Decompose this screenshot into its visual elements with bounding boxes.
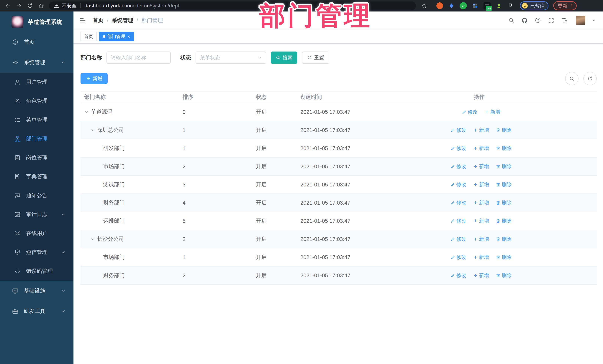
row-action-pen[interactable]: 修改 xyxy=(451,254,466,261)
sidebar-logo-row[interactable]: 芋道管理系统 xyxy=(0,11,73,30)
status-select[interactable]: 菜单状态 xyxy=(196,52,266,64)
row-action-pen[interactable]: 修改 xyxy=(451,236,466,243)
tree-expand-icon[interactable] xyxy=(84,109,91,115)
row-action-plus[interactable]: 新增 xyxy=(473,218,489,224)
tab-item[interactable]: 首页 xyxy=(81,32,97,41)
tree-expand-icon[interactable] xyxy=(90,236,97,243)
cell-sort: 2 xyxy=(179,164,252,170)
sidebar-item-online-user[interactable]: 在线用户 xyxy=(0,224,73,243)
sidebar-item-dev-tools[interactable]: 研发工具 xyxy=(0,301,73,321)
row-action-pen[interactable]: 修改 xyxy=(451,163,466,170)
tab-active[interactable]: 部门管理× xyxy=(99,32,134,41)
sidebar-item-dict[interactable]: 字典管理 xyxy=(0,167,73,186)
sidebar-item-post[interactable]: 岗位管理 xyxy=(0,148,73,167)
browser-reload-icon[interactable] xyxy=(26,2,34,10)
user-avatar[interactable] xyxy=(576,16,585,25)
sidebar-item-audit-log[interactable]: 审计日志 xyxy=(0,205,73,224)
sidebar-item-role[interactable]: 角色管理 xyxy=(0,92,73,110)
breadcrumb-item[interactable]: 系统管理 xyxy=(112,17,133,24)
browser-update-button[interactable]: 更新 xyxy=(553,1,577,10)
row-action-trash[interactable]: 删除 xyxy=(496,163,512,170)
cell-actions: 修改新增 xyxy=(362,109,597,115)
add-button[interactable]: 新增 xyxy=(81,73,108,84)
help-icon[interactable] xyxy=(534,17,541,24)
cell-dept-name: 研发部门 xyxy=(81,144,179,152)
browser-forward-icon[interactable] xyxy=(15,2,23,10)
github-icon[interactable] xyxy=(521,17,528,24)
status-value: 开启 xyxy=(256,235,267,243)
table-toolbar: 新增 xyxy=(81,72,597,85)
sidebar-item-notice[interactable]: 通知公告 xyxy=(0,186,73,205)
row-action-trash[interactable]: 删除 xyxy=(496,236,512,243)
grid-extension-icon[interactable] xyxy=(472,2,479,9)
hamburger-icon[interactable] xyxy=(79,17,86,24)
row-action-plus[interactable]: 新增 xyxy=(485,109,500,115)
row-action-trash[interactable]: 删除 xyxy=(496,199,512,206)
row-action-trash[interactable]: 删除 xyxy=(496,254,512,261)
sidebar-item-user[interactable]: 用户管理 xyxy=(0,73,73,92)
row-action-trash[interactable]: 删除 xyxy=(496,145,512,152)
row-action-plus[interactable]: 新增 xyxy=(473,272,489,279)
address-bar[interactable]: 不安全 dashboard.yudao.iocoder.cn /system/d… xyxy=(49,1,416,10)
browser-back-icon[interactable] xyxy=(4,2,12,10)
row-action-pen[interactable]: 修改 xyxy=(462,109,478,115)
browser-profile-chip[interactable]: 已暂停 xyxy=(520,1,548,10)
row-action-plus[interactable]: 新增 xyxy=(473,236,489,243)
sidebar-item-label: 用户管理 xyxy=(26,78,47,86)
action-label: 修改 xyxy=(456,181,466,188)
row-action-plus[interactable]: 新增 xyxy=(473,254,489,261)
cell-actions: 修改新增删除 xyxy=(362,254,597,261)
row-action-pen[interactable]: 修改 xyxy=(451,272,466,279)
cell-created-time: 2021-01-05 17:03:47 xyxy=(297,200,362,206)
v-green-extension-icon[interactable] xyxy=(460,2,467,9)
sidebar-item-error-code[interactable]: 错误码管理 xyxy=(0,262,73,281)
row-action-plus[interactable]: 新增 xyxy=(473,163,489,170)
browser-home-icon[interactable] xyxy=(37,2,45,10)
toggle-search-button[interactable] xyxy=(565,72,579,85)
row-action-plus[interactable]: 新增 xyxy=(473,199,489,206)
droid-extension-icon[interactable] xyxy=(495,2,502,9)
tab-close-icon[interactable]: × xyxy=(127,34,130,39)
tree-expand-icon[interactable] xyxy=(90,127,97,133)
row-action-pen[interactable]: 修改 xyxy=(451,127,466,133)
header-search-icon[interactable] xyxy=(508,17,515,24)
row-action-trash[interactable]: 删除 xyxy=(496,218,512,224)
fullscreen-icon[interactable] xyxy=(548,17,555,24)
row-action-pen[interactable]: 修改 xyxy=(451,218,466,224)
navbar-tools xyxy=(508,16,596,25)
row-action-trash[interactable]: 删除 xyxy=(496,272,512,279)
browser-menu-dots-icon[interactable] xyxy=(569,3,574,8)
sidebar-item-infra[interactable]: 基础设施 xyxy=(0,281,73,301)
row-action-pen[interactable]: 修改 xyxy=(451,145,466,152)
row-action-pen[interactable]: 修改 xyxy=(451,181,466,188)
sidebar-item-dept[interactable]: 部门管理 xyxy=(0,129,73,148)
location-pin-extension-icon[interactable] xyxy=(448,2,455,9)
table-tools xyxy=(565,72,597,85)
breadcrumb-item[interactable]: 首页 xyxy=(93,17,104,24)
row-action-plus[interactable]: 新增 xyxy=(473,181,489,188)
row-action-plus[interactable]: 新增 xyxy=(473,127,489,133)
tab-label: 部门管理 xyxy=(107,33,125,39)
sidebar-item-sms[interactable]: 短信管理 xyxy=(0,243,73,262)
row-action-plus[interactable]: 新增 xyxy=(473,145,489,152)
sidebar-item-menu[interactable]: 菜单管理 xyxy=(0,110,73,129)
refresh-table-button[interactable] xyxy=(583,72,597,85)
list-dark-extension-icon[interactable]: on xyxy=(484,2,491,9)
refresh-icon xyxy=(587,76,593,81)
adblock-extension-icon[interactable] xyxy=(436,2,443,9)
font-size-icon[interactable] xyxy=(561,17,568,24)
dept-name-input[interactable] xyxy=(106,52,171,64)
reset-button[interactable]: 重置 xyxy=(302,52,329,64)
row-action-pen[interactable]: 修改 xyxy=(451,199,466,206)
sidebar-item-home[interactable]: 首页 xyxy=(0,32,73,52)
profile-emoji-icon xyxy=(522,2,528,9)
puzzle-extension-icon[interactable] xyxy=(507,2,514,9)
org-tree-icon xyxy=(14,135,21,142)
search-button[interactable]: 搜索 xyxy=(271,52,297,64)
row-action-trash[interactable]: 删除 xyxy=(496,181,512,188)
sidebar-item-system[interactable]: 系统管理 xyxy=(0,52,73,73)
action-label: 修改 xyxy=(456,127,466,133)
avatar-caret-down-icon[interactable] xyxy=(591,18,596,23)
bookmark-star-icon[interactable] xyxy=(420,2,428,10)
row-action-trash[interactable]: 删除 xyxy=(496,127,512,133)
